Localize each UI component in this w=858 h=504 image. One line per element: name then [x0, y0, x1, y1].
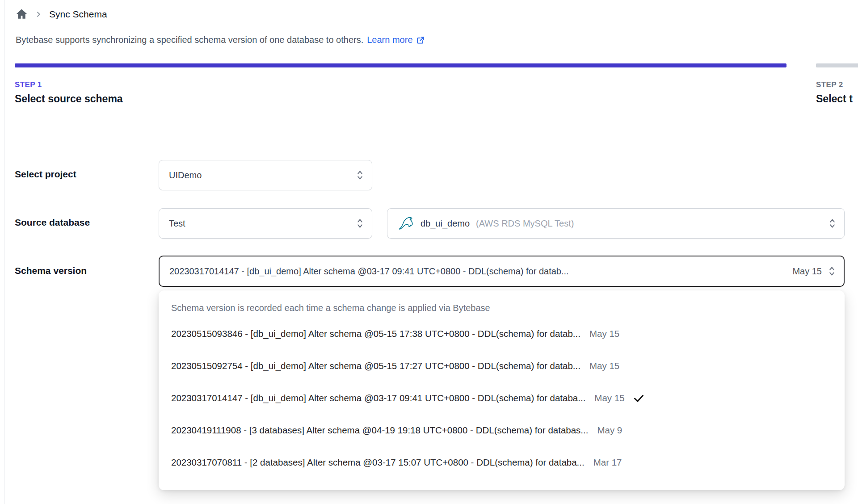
breadcrumb: Sync Schema [16, 8, 107, 20]
schema-version-option-5[interactable]: 20230317070811 - [2 databases] Alter sch… [159, 446, 845, 479]
sync-schema-page: Sync Schema Bytebase supports synchroniz… [0, 0, 858, 504]
schema-version-option-3[interactable]: 20230317014147 - [db_ui_demo] Alter sche… [159, 382, 845, 414]
step-1-label: STEP 1 [15, 80, 123, 89]
option-text: 20230515092754 - [db_ui_demo] Alter sche… [171, 361, 580, 371]
step-1-title: Select source schema [15, 93, 123, 105]
step-2-label: STEP 2 [816, 80, 853, 89]
step-2: STEP 2 Select t [816, 80, 853, 105]
database-detail: (AWS RDS MySQL Test) [476, 218, 574, 229]
option-text: 20230515093846 - [db_ui_demo] Alter sche… [171, 328, 580, 339]
step1-progress-bar [15, 63, 786, 67]
page-title: Sync Schema [49, 9, 107, 20]
option-text: 20230317014147 - [db_ui_demo] Alter sche… [171, 393, 585, 403]
option-date: Mar 17 [593, 457, 622, 468]
option-date: May 15 [594, 393, 624, 403]
intro-text: Bytebase supports synchronizing a specif… [16, 35, 363, 45]
project-select-value: UIDemo [169, 170, 350, 181]
option-date: May 9 [597, 425, 622, 436]
select-caret-icon [828, 266, 836, 277]
schema-version-option-4[interactable]: 20230419111908 - [3 databases] Alter sch… [159, 414, 845, 446]
step-2-title: Select t [816, 93, 853, 105]
schema-version-date: May 15 [792, 266, 822, 277]
left-divider [4, 0, 4, 504]
database-select[interactable]: db_ui_demo (AWS RDS MySQL Test) [387, 208, 845, 239]
chevron-right-icon [35, 11, 42, 18]
database-name: db_ui_demo [421, 218, 470, 229]
select-caret-icon [356, 218, 364, 229]
mysql-dolphin-icon [397, 215, 414, 232]
schema-version-label: Schema version [15, 265, 87, 276]
external-link-icon [416, 36, 425, 45]
step-1: STEP 1 Select source schema [15, 80, 123, 105]
select-project-label: Select project [15, 169, 76, 180]
schema-version-dropdown: Schema version is recorded each time a s… [159, 290, 845, 490]
environment-select[interactable]: Test [159, 208, 372, 239]
schema-version-select[interactable]: 20230317014147 - [db_ui_demo] Alter sche… [159, 256, 845, 287]
home-icon[interactable] [16, 8, 28, 20]
schema-version-option-2[interactable]: 20230515092754 - [db_ui_demo] Alter sche… [159, 350, 845, 382]
schema-version-option-1[interactable]: 20230515093846 - [db_ui_demo] Alter sche… [159, 318, 845, 350]
dropdown-hint: Schema version is recorded each time a s… [159, 290, 845, 318]
check-icon [633, 392, 645, 404]
option-date: May 15 [589, 361, 619, 371]
select-caret-icon [356, 170, 364, 181]
intro-line: Bytebase supports synchronizing a specif… [16, 35, 425, 45]
option-text: 20230419111908 - [3 databases] Alter sch… [171, 425, 588, 436]
environment-select-value: Test [169, 218, 350, 229]
project-select[interactable]: UIDemo [159, 160, 372, 190]
option-text: 20230317070811 - [2 databases] Alter sch… [171, 457, 585, 468]
step2-progress-bar [816, 63, 858, 67]
option-date: May 15 [589, 328, 619, 339]
source-database-label: Source database [15, 217, 90, 228]
schema-version-value: 20230317014147 - [db_ui_demo] Alter sche… [169, 266, 785, 277]
learn-more-link[interactable]: Learn more [367, 35, 425, 45]
select-caret-icon [829, 218, 836, 229]
